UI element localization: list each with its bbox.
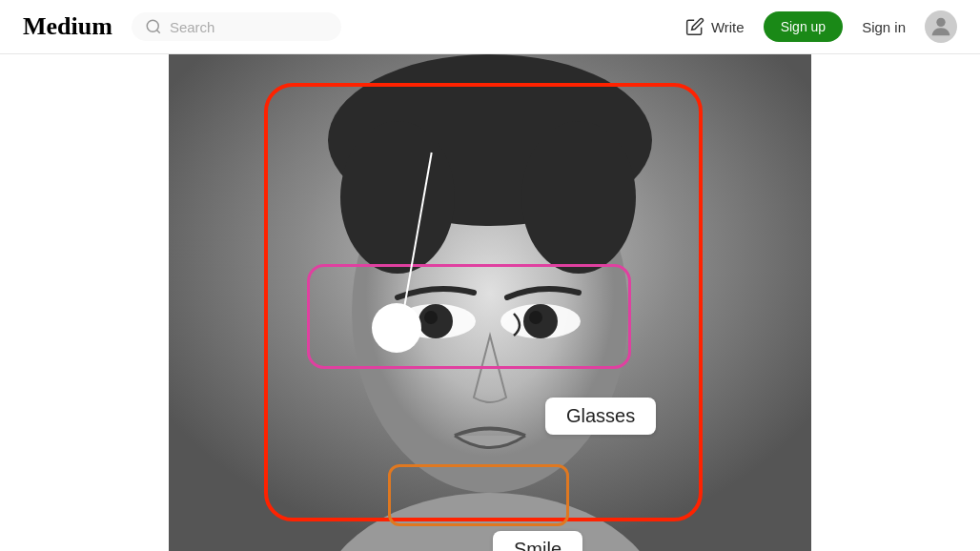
- svg-point-11: [424, 311, 438, 324]
- article-image-container: Glasses Smile: [169, 54, 811, 551]
- signup-button[interactable]: Sign up: [764, 11, 843, 42]
- header: Medium Write Sign up Sign in: [0, 0, 980, 54]
- write-button[interactable]: Write: [685, 17, 745, 36]
- svg-point-8: [521, 121, 636, 274]
- svg-line-1: [156, 30, 159, 32]
- face-svg: [169, 54, 811, 551]
- search-bar: [132, 12, 341, 41]
- svg-point-0: [147, 20, 158, 31]
- write-label: Write: [711, 19, 745, 35]
- avatar[interactable]: [925, 10, 957, 43]
- search-icon: [145, 18, 162, 35]
- svg-point-14: [529, 311, 542, 324]
- main-content: Glasses Smile: [0, 54, 980, 551]
- search-input[interactable]: [170, 19, 328, 35]
- medium-logo[interactable]: Medium: [23, 12, 112, 41]
- write-icon: [685, 17, 704, 36]
- svg-point-7: [340, 121, 455, 274]
- signin-button[interactable]: Sign in: [862, 19, 906, 35]
- svg-point-2: [936, 18, 945, 27]
- face-image: Glasses Smile: [169, 54, 811, 551]
- user-icon: [928, 13, 954, 40]
- nav-right: Write Sign up Sign in: [685, 10, 957, 43]
